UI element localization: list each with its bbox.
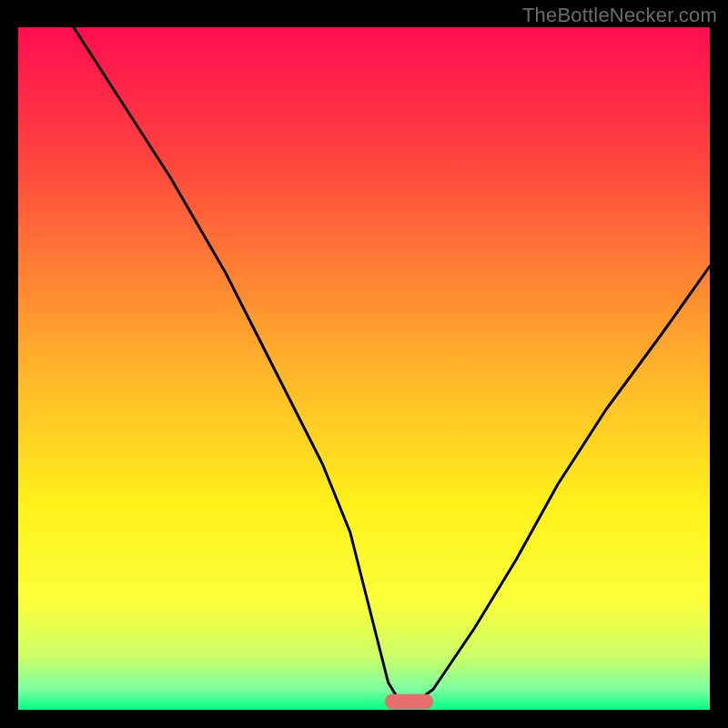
chart-svg [18,27,710,710]
chart-container: TheBottleNecker.com [0,0,728,728]
watermark-text: TheBottleNecker.com [522,4,717,27]
optimal-marker [385,694,433,710]
bottleneck-plot [18,27,710,710]
gradient-background [18,27,710,710]
